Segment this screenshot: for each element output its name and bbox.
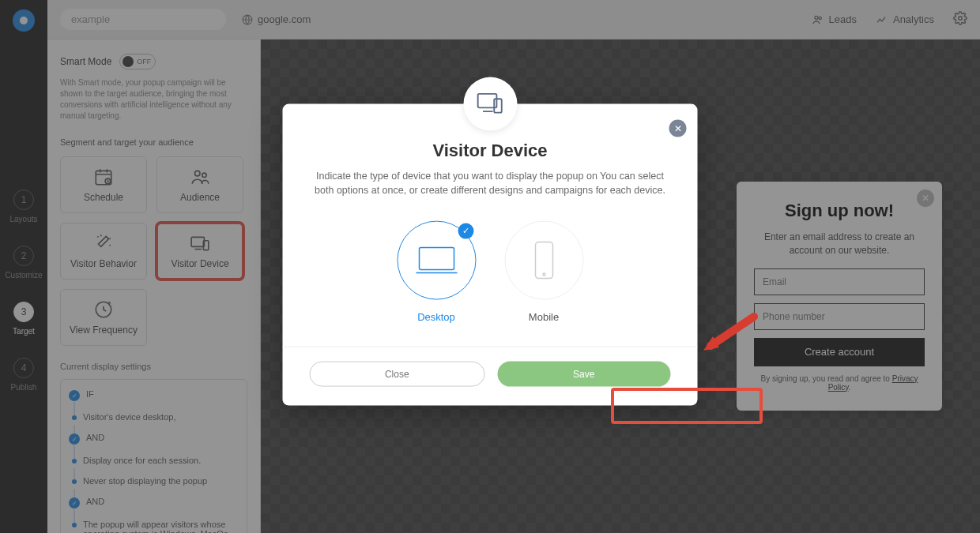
device-label: Mobile <box>529 310 559 322</box>
svg-rect-12 <box>494 99 502 112</box>
svg-point-15 <box>543 273 545 276</box>
annotation-arrow <box>699 313 762 356</box>
modal-close-button[interactable]: ✕ <box>669 119 687 137</box>
modal-save-action[interactable]: Save <box>497 361 671 386</box>
svg-rect-13 <box>419 247 454 269</box>
modal-header-icon <box>463 77 517 130</box>
devices-icon <box>475 88 505 118</box>
modal-title: Visitor Device <box>310 140 671 160</box>
modal-close-action[interactable]: Close <box>310 361 485 386</box>
device-option-desktop[interactable]: ✓ Desktop <box>397 220 476 322</box>
desktop-icon <box>414 244 458 276</box>
visitor-device-modal: ✕ Visitor Device Indicate the type of de… <box>283 103 698 405</box>
check-icon: ✓ <box>458 223 473 238</box>
device-label: Desktop <box>417 310 455 322</box>
device-option-mobile[interactable]: Mobile <box>504 220 583 322</box>
mobile-icon <box>532 240 556 280</box>
modal-description: Indicate the type of device that you wan… <box>310 168 671 197</box>
